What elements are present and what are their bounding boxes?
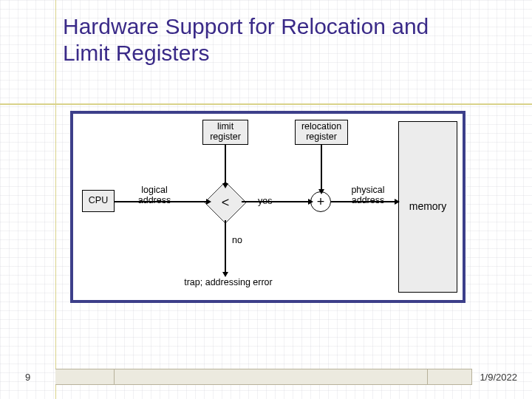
slide-title: Hardware Support for Relocation and Limi… [63, 13, 477, 66]
footer-segment [428, 369, 472, 385]
footer-segment [115, 369, 428, 385]
physical-address-label: physical address [347, 185, 389, 206]
arrowhead-icon [222, 272, 228, 277]
arrowhead-icon [318, 189, 324, 194]
cpu-box: CPU [82, 190, 115, 212]
slide-date: 1/9/2022 [480, 372, 517, 383]
limit-register-box: limit register [202, 120, 248, 145]
adder-circle: + [310, 191, 331, 212]
arrow-limit-to-comparator [225, 145, 226, 185]
arrowhead-icon [222, 183, 228, 188]
arrow-comparator-to-trap [225, 220, 226, 273]
footer: 9 1/9/2022 [0, 366, 532, 387]
horizontal-rule [0, 103, 532, 105]
slide-number: 9 [0, 372, 55, 383]
arrow-adder-to-memory [331, 201, 396, 202]
arrow-comparator-to-adder [242, 201, 310, 202]
diagram-frame: CPU limit register relocation register m… [70, 111, 466, 303]
relocation-register-box: relocation register [295, 120, 348, 145]
diagram-canvas: CPU limit register relocation register m… [73, 114, 463, 300]
trap-label: trap; addressing error [177, 278, 280, 288]
arrowhead-icon [206, 199, 211, 205]
arrowhead-icon [308, 199, 313, 205]
arrowhead-icon [395, 199, 400, 205]
arrow-relocation-to-adder [321, 145, 322, 191]
vertical-rule [55, 0, 56, 399]
memory-box: memory [398, 121, 457, 293]
footer-segment [55, 369, 115, 385]
no-label: no [232, 236, 242, 246]
arrow-cpu-to-comparator [115, 201, 208, 202]
logical-address-label: logical address [132, 185, 177, 206]
